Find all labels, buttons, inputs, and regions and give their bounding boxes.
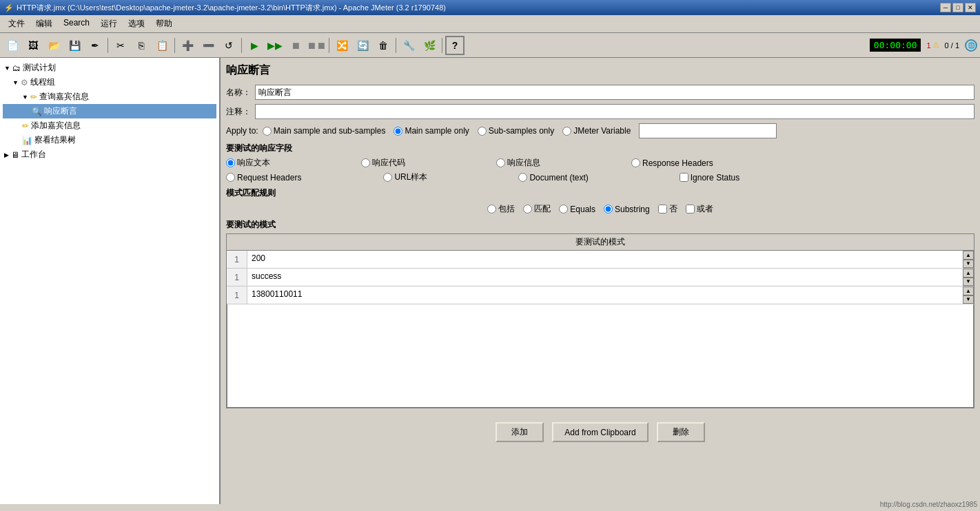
reset-button[interactable]: ↺: [219, 36, 238, 55]
save-button[interactable]: 💾: [65, 36, 84, 55]
remote-clear-button[interactable]: 🗑: [374, 36, 393, 55]
apply-jmeter-var-radio[interactable]: [562, 127, 571, 136]
resp-headers-item[interactable]: Response Headers: [631, 158, 713, 168]
or-item[interactable]: 或者: [686, 203, 713, 215]
scroll-up-1[interactable]: ▲: [963, 251, 974, 260]
menu-edit[interactable]: 编辑: [30, 17, 58, 31]
expand-button[interactable]: ➕: [178, 36, 197, 55]
remote-start-button[interactable]: 🔀: [332, 36, 351, 55]
req-headers-item[interactable]: Request Headers: [226, 173, 301, 182]
title-bar-controls[interactable]: ─ □ ✕: [940, 3, 976, 12]
browse-button[interactable]: 🌿: [420, 36, 439, 55]
minimize-button[interactable]: ─: [940, 3, 951, 12]
or-checkbox[interactable]: [686, 205, 695, 213]
apply-main-sub-radio[interactable]: [263, 127, 272, 136]
warning-count: 1: [926, 41, 930, 50]
resp-msg-radio[interactable]: [496, 158, 505, 167]
save-as-button[interactable]: ✒: [85, 36, 105, 55]
tree-node-test-plan[interactable]: ▼ 🗂 测试计划: [3, 61, 216, 75]
apply-main-only-radio[interactable]: [394, 127, 402, 136]
resp-text-radio[interactable]: [226, 158, 235, 167]
apply-sub-only[interactable]: Sub-samples only: [478, 126, 554, 136]
substring-radio[interactable]: [604, 205, 613, 213]
contains-radio[interactable]: [487, 205, 496, 213]
jmeter-variable-input[interactable]: [639, 123, 777, 138]
delete-button[interactable]: 删除: [657, 422, 705, 442]
scroll-down-2[interactable]: ▼: [963, 278, 974, 286]
ignore-status-checkbox[interactable]: [680, 173, 688, 182]
run-no-pause-button[interactable]: ▶▶: [265, 36, 285, 55]
resp-msg-item[interactable]: 响应信息: [496, 157, 540, 169]
matches-item[interactable]: 匹配: [523, 203, 551, 215]
document-radio[interactable]: [518, 173, 527, 182]
apply-main-only[interactable]: Main sample only: [394, 126, 469, 136]
apply-main-sub[interactable]: Main sample and sub-samples: [263, 126, 386, 136]
ignore-status-item[interactable]: Ignore Status: [680, 173, 739, 182]
url-sample-item[interactable]: URL样本: [383, 171, 427, 183]
scroll-up-3[interactable]: ▲: [963, 286, 974, 295]
tree-node-workbench[interactable]: ▶ 🖥 工作台: [3, 147, 216, 162]
pattern-num-1: 1: [227, 251, 247, 268]
document-item[interactable]: Document (text): [518, 173, 588, 182]
scroll-up-2[interactable]: ▲: [963, 269, 974, 278]
contains-item[interactable]: 包括: [487, 203, 515, 215]
tree-node-thread-group[interactable]: ▼ ⚙ 线程组: [3, 75, 216, 90]
req-headers-label: Request Headers: [237, 173, 301, 182]
tree-node-response-assertion[interactable]: 🔍 响应断言: [3, 104, 216, 118]
menu-options[interactable]: 选项: [123, 17, 150, 31]
not-checkbox[interactable]: [658, 205, 667, 213]
req-headers-radio[interactable]: [226, 173, 235, 182]
run-button[interactable]: ▶: [245, 36, 264, 55]
tree-node-add-info[interactable]: ✏ 添加嘉宾信息: [3, 118, 216, 133]
scroll-down-3[interactable]: ▼: [963, 295, 974, 304]
add-clipboard-button[interactable]: Add from Clipboard: [552, 422, 648, 442]
equals-item[interactable]: Equals: [559, 205, 595, 214]
url-sample-radio[interactable]: [383, 173, 392, 182]
stop-now-button[interactable]: ⏹⏹: [307, 36, 326, 55]
close-button[interactable]: ✕: [965, 3, 976, 12]
maximize-button[interactable]: □: [952, 3, 963, 12]
menu-help[interactable]: 帮助: [150, 17, 178, 31]
apply-jmeter-var[interactable]: JMeter Variable: [562, 126, 631, 136]
menu-search[interactable]: Search: [58, 17, 95, 31]
open-button[interactable]: 📂: [44, 36, 63, 55]
pattern-value-1[interactable]: 200: [247, 251, 963, 268]
window-title: HTTP请求.jmx (C:\Users\test\Desktop\apache…: [17, 3, 446, 13]
tree-node-view-results[interactable]: 📊 察看结果树: [3, 133, 216, 147]
help-button[interactable]: ?: [445, 36, 465, 55]
matches-radio[interactable]: [523, 205, 532, 213]
apply-sub-only-radio[interactable]: [478, 127, 487, 136]
menu-run[interactable]: 运行: [95, 17, 123, 31]
pattern-value-2[interactable]: success: [247, 269, 963, 286]
copy-button[interactable]: ⎘: [132, 36, 151, 55]
templates-button[interactable]: 🖼: [23, 36, 43, 55]
response-fields-group: 响应文本 响应代码 响应信息 Response Headers: [226, 157, 974, 183]
cut-button[interactable]: ✂: [111, 36, 130, 55]
name-input[interactable]: [255, 85, 974, 100]
stop-button[interactable]: ⏹: [286, 36, 305, 55]
remote-stop-button[interactable]: 🔄: [353, 36, 372, 55]
app-icon: ⚡: [4, 3, 14, 12]
scroll-down-1[interactable]: ▼: [963, 260, 974, 269]
not-label: 否: [669, 203, 677, 215]
test-plan-icon: 🗂: [12, 63, 21, 73]
paste-button[interactable]: 📋: [152, 36, 172, 55]
patterns-header: 要测试的模式: [227, 234, 974, 251]
globe-icon[interactable]: 🌐: [965, 39, 977, 52]
substring-item[interactable]: Substring: [604, 205, 650, 214]
new-button[interactable]: 📄: [3, 36, 22, 55]
resp-text-item[interactable]: 响应文本: [226, 157, 270, 169]
comment-input[interactable]: [255, 104, 974, 119]
resp-headers-radio[interactable]: [631, 158, 640, 167]
menu-file[interactable]: 文件: [3, 17, 30, 31]
add-info-icon: ✏: [22, 121, 29, 131]
add-button[interactable]: 添加: [496, 422, 544, 442]
not-item[interactable]: 否: [658, 203, 677, 215]
resp-code-item[interactable]: 响应代码: [361, 157, 405, 169]
resp-code-radio[interactable]: [361, 158, 370, 167]
equals-radio[interactable]: [559, 205, 568, 213]
tree-node-query-info[interactable]: ▼ ✏ 查询嘉宾信息: [3, 90, 216, 104]
collapse-button[interactable]: ➖: [198, 36, 218, 55]
function-helper-button[interactable]: 🔧: [399, 36, 418, 55]
pattern-value-3[interactable]: 13800110011: [247, 286, 963, 304]
